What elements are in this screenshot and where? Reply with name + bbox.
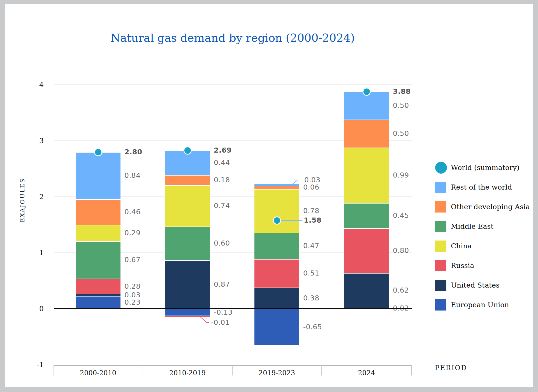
legend-square-swatch bbox=[435, 221, 446, 232]
legend-item-label: Rest of the world bbox=[451, 181, 512, 193]
chart-title: Natural gas demand by region (2000-2024) bbox=[110, 31, 355, 44]
x-category-label-2010-2019: 2010-2019 bbox=[154, 369, 221, 377]
segment-2010-2019-china[interactable] bbox=[165, 185, 210, 227]
value-label-united-states: 0.62 bbox=[393, 286, 409, 295]
legend-item-world-summatory[interactable]: World (summatory) bbox=[435, 162, 536, 174]
value-label-middle-east: 0.47 bbox=[303, 242, 319, 250]
x-axis-divider bbox=[411, 365, 412, 375]
x-category-label-2000-2010: 2000-2010 bbox=[64, 369, 132, 377]
value-label-other-developing-asia: 0.50 bbox=[393, 129, 409, 138]
segment-2024-rest-of-the-world[interactable] bbox=[344, 92, 389, 120]
y-tick-1: 1 bbox=[24, 248, 44, 257]
segment-2019-2023-middle-east[interactable] bbox=[254, 233, 299, 259]
value-label-rest-of-the-world: 0.03 bbox=[304, 176, 321, 184]
value-label-united-states: 0.38 bbox=[303, 294, 319, 302]
y-tick-4: 4 bbox=[24, 80, 44, 89]
segment-2024-united-states[interactable] bbox=[344, 273, 389, 308]
legend-item-russia[interactable]: Russia bbox=[435, 260, 536, 272]
legend-item-label: Middle East bbox=[451, 220, 493, 233]
y-tick-1: -1 bbox=[24, 360, 44, 369]
world-marker-2019-2023[interactable] bbox=[273, 216, 281, 225]
segment-2024-other-developing-asia[interactable] bbox=[344, 120, 389, 148]
world-marker-2024[interactable] bbox=[363, 88, 371, 96]
y-axis-title: EXAJOULES bbox=[19, 178, 26, 223]
value-label-china: 0.78 bbox=[303, 207, 319, 215]
segment-2019-2023-rest-of-the-world[interactable] bbox=[254, 184, 299, 186]
segment-2019-2023-european-union[interactable] bbox=[254, 309, 299, 345]
segment-2010-2019-united-states[interactable] bbox=[165, 260, 210, 309]
value-label-rest-of-the-world: 0.84 bbox=[124, 171, 141, 180]
legend-item-middle-east[interactable]: Middle East bbox=[435, 220, 536, 233]
legend-circle-swatch bbox=[435, 162, 447, 174]
segment-2024-middle-east[interactable] bbox=[344, 203, 389, 228]
segment-2019-2023-russia[interactable] bbox=[254, 259, 299, 288]
gridline-4 bbox=[54, 85, 412, 85]
legend-square-swatch bbox=[435, 299, 446, 311]
world-marker-2010-2019[interactable] bbox=[184, 146, 192, 155]
segment-2000-2010-united-states[interactable] bbox=[76, 294, 120, 296]
value-label-united-states: 0.87 bbox=[214, 280, 230, 289]
segment-2010-2019-middle-east[interactable] bbox=[165, 227, 210, 260]
y-tick-0: 0 bbox=[24, 304, 44, 313]
value-label-middle-east: 0.67 bbox=[124, 256, 141, 264]
x-axis-divider bbox=[54, 365, 54, 375]
legend-item-label: China bbox=[451, 240, 472, 252]
legend-item-united-states[interactable]: United States bbox=[435, 279, 536, 291]
world-marker-2000-2010[interactable] bbox=[94, 148, 102, 156]
y-tick-2: 2 bbox=[24, 192, 44, 201]
value-label-russia: -0.01 bbox=[211, 318, 230, 327]
segment-2010-2019-other-developing-asia[interactable] bbox=[165, 175, 210, 185]
segment-2010-2019-european-union[interactable] bbox=[165, 309, 210, 316]
segment-2000-2010-other-developing-asia[interactable] bbox=[76, 199, 120, 225]
segment-2000-2010-european-union[interactable] bbox=[76, 296, 120, 309]
legend-item-label: Russia bbox=[451, 260, 474, 272]
plot-area: 43210-10.230.030.280.670.290.460.842.802… bbox=[0, 0, 538, 392]
legend-square-swatch bbox=[435, 201, 446, 213]
segment-2000-2010-rest-of-the-world[interactable] bbox=[76, 152, 120, 199]
value-label-european-union: -0.13 bbox=[214, 308, 233, 317]
value-label-middle-east: 0.60 bbox=[214, 239, 230, 248]
legend-square-swatch bbox=[435, 182, 446, 193]
x-axis-title: PERIOD bbox=[435, 364, 467, 372]
value-label-rest-of-the-world: 0.50 bbox=[393, 101, 409, 110]
legend-square-swatch bbox=[435, 241, 446, 252]
segment-2019-2023-china[interactable] bbox=[254, 189, 299, 233]
value-label-other-developing-asia: 0.46 bbox=[124, 208, 141, 216]
legend-item-label: European Union bbox=[451, 299, 509, 311]
x-category-label-2024: 2024 bbox=[333, 369, 400, 377]
value-label-united-states: 0.03 bbox=[124, 291, 141, 299]
segment-2000-2010-middle-east[interactable] bbox=[76, 241, 120, 279]
segment-2024-china[interactable] bbox=[344, 148, 389, 203]
world-total-2000-2010: 2.80 bbox=[124, 148, 142, 156]
value-label-russia: 0.80 bbox=[393, 246, 409, 255]
x-category-label-2019-2023: 2019-2023 bbox=[243, 369, 310, 377]
value-label-other-developing-asia: 0.06 bbox=[303, 183, 319, 192]
legend-item-european-union[interactable]: European Union bbox=[435, 299, 536, 311]
value-label-russia: 0.28 bbox=[124, 282, 141, 291]
value-label-china: 0.29 bbox=[124, 229, 141, 237]
legend-item-label: Other developing Asia bbox=[451, 201, 530, 213]
value-label-china: 0.99 bbox=[393, 171, 409, 179]
segment-2019-2023-united-states[interactable] bbox=[254, 288, 299, 309]
x-axis-divider bbox=[232, 365, 233, 375]
legend-item-other-developing-asia[interactable]: Other developing Asia bbox=[435, 201, 536, 213]
segment-2000-2010-china[interactable] bbox=[76, 225, 120, 241]
legend-item-china[interactable]: China bbox=[435, 240, 536, 252]
segment-2000-2010-russia[interactable] bbox=[76, 279, 120, 294]
x-axis-divider bbox=[143, 365, 143, 375]
value-label-middle-east: 0.45 bbox=[393, 211, 409, 220]
legend-square-swatch bbox=[435, 260, 446, 271]
segment-2010-2019-russia[interactable] bbox=[165, 316, 210, 317]
value-label-rest-of-the-world: 0.44 bbox=[214, 158, 230, 167]
segment-2024-russia[interactable] bbox=[344, 228, 389, 273]
legend-item-rest-of-the-world[interactable]: Rest of the world bbox=[435, 181, 536, 193]
segment-2019-2023-other-developing-asia[interactable] bbox=[254, 186, 299, 189]
value-label-european-union: -0.65 bbox=[303, 323, 322, 331]
page: { "title": { "text": "Natural gas demand… bbox=[0, 0, 538, 392]
y-tick-3: 3 bbox=[24, 136, 44, 145]
world-total-2024: 3.88 bbox=[393, 87, 411, 96]
legend-square-swatch bbox=[435, 280, 446, 291]
value-label-china: 0.74 bbox=[214, 202, 230, 210]
x-axis-line bbox=[54, 365, 412, 366]
x-axis-divider bbox=[321, 365, 322, 375]
